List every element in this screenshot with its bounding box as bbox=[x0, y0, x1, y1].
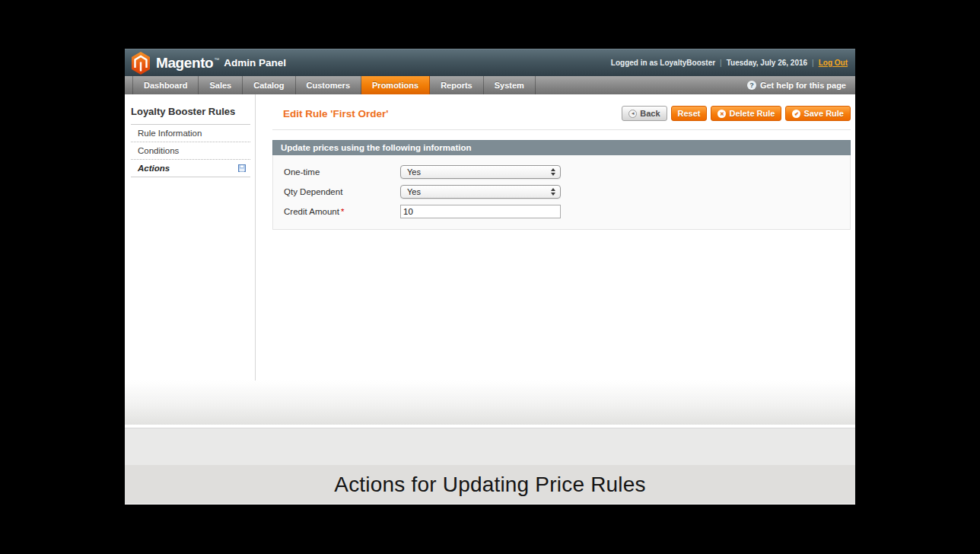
date-text: Tuesday, July 26, 2016 bbox=[727, 59, 807, 67]
save-rule-button[interactable]: ✔ Save Rule bbox=[785, 106, 851, 121]
sidebar-item-rule-information[interactable]: Rule Information bbox=[131, 125, 250, 142]
brand-name: Magento bbox=[156, 55, 213, 72]
sidebar-item-label: Conditions bbox=[138, 146, 179, 155]
sidebar: Loyalty Booster Rules Rule Information C… bbox=[125, 94, 256, 380]
admin-header: Magento ™ Admin Panel Logged in as Loyal… bbox=[125, 49, 855, 76]
nav-tab-reports[interactable]: Reports bbox=[430, 76, 484, 94]
sidebar-item-conditions[interactable]: Conditions bbox=[131, 142, 250, 160]
back-button-label: Back bbox=[640, 110, 660, 118]
logged-in-text: Logged in as LoyaltyBooster bbox=[611, 59, 715, 67]
credit-amount-label: Credit Amount* bbox=[284, 207, 400, 216]
section-header: Update prices using the following inform… bbox=[272, 140, 851, 155]
form-row-credit-amount: Credit Amount* bbox=[284, 205, 839, 218]
sidebar-title: Loyalty Booster Rules bbox=[131, 104, 250, 125]
delete-rule-button-label: Delete Rule bbox=[729, 110, 775, 118]
credit-amount-input[interactable] bbox=[400, 205, 561, 218]
brand-suffix: Admin Panel bbox=[224, 57, 286, 68]
nav-tab-dashboard[interactable]: Dashboard bbox=[132, 76, 199, 94]
magento-admin-window: Magento ™ Admin Panel Logged in as Loyal… bbox=[125, 49, 855, 425]
reset-button-label: Reset bbox=[678, 110, 701, 118]
form-row-qty-dependent: Qty Dependent Yes bbox=[284, 185, 839, 199]
back-arrow-icon: ◄ bbox=[628, 110, 637, 118]
delete-rule-button[interactable]: ✕ Delete Rule bbox=[711, 106, 781, 121]
page-footer bbox=[125, 380, 855, 425]
save-icon: ✔ bbox=[792, 110, 800, 118]
logout-link[interactable]: Log Out bbox=[819, 59, 848, 67]
one-time-label: One-time bbox=[284, 167, 400, 177]
sidebar-item-label: Rule Information bbox=[138, 129, 202, 138]
qty-dependent-label: Qty Dependent bbox=[284, 187, 400, 196]
required-asterisk: * bbox=[341, 207, 344, 216]
nav-tabs: Dashboard Sales Catalog Customers Promot… bbox=[132, 76, 536, 94]
floppy-disk-icon bbox=[238, 164, 246, 172]
nav-tab-system[interactable]: System bbox=[484, 76, 536, 94]
slide-band bbox=[125, 428, 855, 465]
select-stepper-icon bbox=[551, 168, 555, 176]
session-info: Logged in as LoyaltyBooster | Tuesday, J… bbox=[611, 59, 848, 67]
back-button[interactable]: ◄ Back bbox=[622, 106, 667, 121]
one-time-select[interactable]: Yes bbox=[400, 165, 561, 179]
page-actions: ◄ Back Reset ✕ Delete Rule ✔ Save Rule bbox=[622, 106, 851, 121]
nav-tab-customers[interactable]: Customers bbox=[296, 76, 361, 94]
sidebar-item-label: Actions bbox=[138, 164, 170, 173]
help-icon: ? bbox=[747, 81, 756, 90]
nav-tab-catalog[interactable]: Catalog bbox=[243, 76, 295, 94]
caption-band: Actions for Updating Price Rules bbox=[125, 465, 855, 504]
page-head: Edit Rule 'First Order' ◄ Back Reset ✕ D… bbox=[272, 106, 851, 130]
credit-amount-label-text: Credit Amount bbox=[284, 207, 339, 216]
content-area: Loyalty Booster Rules Rule Information C… bbox=[125, 94, 855, 380]
update-prices-section: Update prices using the following inform… bbox=[272, 140, 851, 230]
separator: | bbox=[812, 59, 814, 67]
sidebar-item-actions[interactable]: Actions bbox=[131, 160, 250, 177]
page-title: Edit Rule 'First Order' bbox=[283, 108, 388, 119]
sidebar-nav: Rule Information Conditions Actions bbox=[131, 125, 250, 177]
qty-dependent-select[interactable]: Yes bbox=[400, 185, 561, 199]
help-label: Get help for this page bbox=[760, 81, 846, 90]
form-row-one-time: One-time Yes bbox=[284, 165, 839, 179]
delete-icon: ✕ bbox=[718, 110, 726, 118]
separator: | bbox=[720, 59, 722, 67]
section-body: One-time Yes Qty Dependent Yes bbox=[272, 155, 851, 230]
slide-caption: Actions for Updating Price Rules bbox=[334, 473, 645, 497]
help-link[interactable]: ? Get help for this page bbox=[747, 76, 855, 94]
nav-tab-promotions[interactable]: Promotions bbox=[361, 76, 430, 94]
select-value: Yes bbox=[407, 187, 421, 196]
magento-logo-icon bbox=[131, 52, 151, 75]
slide-canvas: { "header": { "brand": "Magento", "brand… bbox=[0, 0, 980, 554]
select-stepper-icon bbox=[551, 188, 555, 196]
screenshot-frame: Magento ™ Admin Panel Logged in as Loyal… bbox=[125, 49, 855, 505]
save-rule-button-label: Save Rule bbox=[803, 110, 844, 118]
nav-tab-sales[interactable]: Sales bbox=[199, 76, 243, 94]
reset-button[interactable]: Reset bbox=[671, 106, 708, 121]
select-value: Yes bbox=[407, 167, 421, 177]
main-menu: Dashboard Sales Catalog Customers Promot… bbox=[125, 76, 855, 94]
main-panel: Edit Rule 'First Order' ◄ Back Reset ✕ D… bbox=[256, 94, 855, 380]
brand: Magento ™ Admin Panel bbox=[131, 52, 286, 75]
brand-trademark: ™ bbox=[214, 57, 219, 62]
